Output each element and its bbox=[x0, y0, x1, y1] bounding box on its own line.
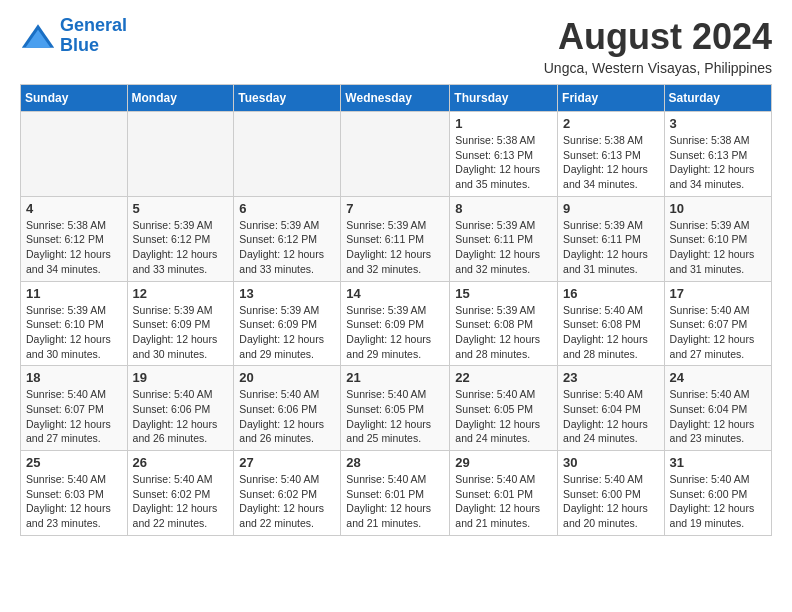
day-header-saturday: Saturday bbox=[664, 85, 771, 112]
calendar-cell: 3Sunrise: 5:38 AMSunset: 6:13 PMDaylight… bbox=[664, 112, 771, 197]
calendar-cell: 19Sunrise: 5:40 AMSunset: 6:06 PMDayligh… bbox=[127, 366, 234, 451]
day-number: 13 bbox=[239, 286, 335, 301]
day-number: 30 bbox=[563, 455, 659, 470]
calendar-cell: 12Sunrise: 5:39 AMSunset: 6:09 PMDayligh… bbox=[127, 281, 234, 366]
calendar-cell: 4Sunrise: 5:38 AMSunset: 6:12 PMDaylight… bbox=[21, 196, 128, 281]
logo: General Blue bbox=[20, 16, 127, 56]
day-header-thursday: Thursday bbox=[450, 85, 558, 112]
day-info: Sunrise: 5:39 AMSunset: 6:12 PMDaylight:… bbox=[239, 218, 335, 277]
calendar-cell: 27Sunrise: 5:40 AMSunset: 6:02 PMDayligh… bbox=[234, 451, 341, 536]
calendar-table: SundayMondayTuesdayWednesdayThursdayFrid… bbox=[20, 84, 772, 536]
day-info: Sunrise: 5:39 AMSunset: 6:10 PMDaylight:… bbox=[26, 303, 122, 362]
day-number: 14 bbox=[346, 286, 444, 301]
calendar-cell: 22Sunrise: 5:40 AMSunset: 6:05 PMDayligh… bbox=[450, 366, 558, 451]
day-header-tuesday: Tuesday bbox=[234, 85, 341, 112]
week-row-4: 18Sunrise: 5:40 AMSunset: 6:07 PMDayligh… bbox=[21, 366, 772, 451]
day-info: Sunrise: 5:39 AMSunset: 6:12 PMDaylight:… bbox=[133, 218, 229, 277]
day-number: 22 bbox=[455, 370, 552, 385]
day-info: Sunrise: 5:38 AMSunset: 6:13 PMDaylight:… bbox=[455, 133, 552, 192]
calendar-cell: 2Sunrise: 5:38 AMSunset: 6:13 PMDaylight… bbox=[558, 112, 665, 197]
calendar-cell: 17Sunrise: 5:40 AMSunset: 6:07 PMDayligh… bbox=[664, 281, 771, 366]
calendar-cell: 15Sunrise: 5:39 AMSunset: 6:08 PMDayligh… bbox=[450, 281, 558, 366]
week-row-3: 11Sunrise: 5:39 AMSunset: 6:10 PMDayligh… bbox=[21, 281, 772, 366]
calendar-cell: 18Sunrise: 5:40 AMSunset: 6:07 PMDayligh… bbox=[21, 366, 128, 451]
day-number: 2 bbox=[563, 116, 659, 131]
day-info: Sunrise: 5:40 AMSunset: 6:06 PMDaylight:… bbox=[239, 387, 335, 446]
month-title: August 2024 bbox=[544, 16, 772, 58]
day-info: Sunrise: 5:39 AMSunset: 6:11 PMDaylight:… bbox=[346, 218, 444, 277]
day-info: Sunrise: 5:40 AMSunset: 6:05 PMDaylight:… bbox=[455, 387, 552, 446]
calendar-cell: 21Sunrise: 5:40 AMSunset: 6:05 PMDayligh… bbox=[341, 366, 450, 451]
day-info: Sunrise: 5:39 AMSunset: 6:11 PMDaylight:… bbox=[455, 218, 552, 277]
week-row-2: 4Sunrise: 5:38 AMSunset: 6:12 PMDaylight… bbox=[21, 196, 772, 281]
day-info: Sunrise: 5:39 AMSunset: 6:09 PMDaylight:… bbox=[133, 303, 229, 362]
calendar-cell: 13Sunrise: 5:39 AMSunset: 6:09 PMDayligh… bbox=[234, 281, 341, 366]
day-info: Sunrise: 5:40 AMSunset: 6:02 PMDaylight:… bbox=[239, 472, 335, 531]
day-number: 23 bbox=[563, 370, 659, 385]
day-info: Sunrise: 5:40 AMSunset: 6:01 PMDaylight:… bbox=[346, 472, 444, 531]
calendar-cell: 1Sunrise: 5:38 AMSunset: 6:13 PMDaylight… bbox=[450, 112, 558, 197]
calendar-cell bbox=[127, 112, 234, 197]
week-row-5: 25Sunrise: 5:40 AMSunset: 6:03 PMDayligh… bbox=[21, 451, 772, 536]
calendar-cell bbox=[234, 112, 341, 197]
day-info: Sunrise: 5:39 AMSunset: 6:11 PMDaylight:… bbox=[563, 218, 659, 277]
logo-line1: General bbox=[60, 15, 127, 35]
calendar-cell: 30Sunrise: 5:40 AMSunset: 6:00 PMDayligh… bbox=[558, 451, 665, 536]
calendar-cell bbox=[341, 112, 450, 197]
calendar-cell: 9Sunrise: 5:39 AMSunset: 6:11 PMDaylight… bbox=[558, 196, 665, 281]
day-info: Sunrise: 5:40 AMSunset: 6:03 PMDaylight:… bbox=[26, 472, 122, 531]
day-number: 24 bbox=[670, 370, 766, 385]
day-number: 21 bbox=[346, 370, 444, 385]
day-header-monday: Monday bbox=[127, 85, 234, 112]
header: General Blue August 2024 Ungca, Western … bbox=[20, 16, 772, 76]
day-header-friday: Friday bbox=[558, 85, 665, 112]
day-number: 5 bbox=[133, 201, 229, 216]
day-info: Sunrise: 5:38 AMSunset: 6:13 PMDaylight:… bbox=[563, 133, 659, 192]
calendar-cell: 26Sunrise: 5:40 AMSunset: 6:02 PMDayligh… bbox=[127, 451, 234, 536]
day-number: 31 bbox=[670, 455, 766, 470]
day-info: Sunrise: 5:40 AMSunset: 6:08 PMDaylight:… bbox=[563, 303, 659, 362]
day-number: 16 bbox=[563, 286, 659, 301]
calendar-cell: 14Sunrise: 5:39 AMSunset: 6:09 PMDayligh… bbox=[341, 281, 450, 366]
day-info: Sunrise: 5:39 AMSunset: 6:08 PMDaylight:… bbox=[455, 303, 552, 362]
day-header-wednesday: Wednesday bbox=[341, 85, 450, 112]
calendar-cell: 16Sunrise: 5:40 AMSunset: 6:08 PMDayligh… bbox=[558, 281, 665, 366]
day-number: 1 bbox=[455, 116, 552, 131]
day-number: 17 bbox=[670, 286, 766, 301]
day-number: 10 bbox=[670, 201, 766, 216]
calendar-cell: 24Sunrise: 5:40 AMSunset: 6:04 PMDayligh… bbox=[664, 366, 771, 451]
day-info: Sunrise: 5:40 AMSunset: 6:04 PMDaylight:… bbox=[670, 387, 766, 446]
day-number: 19 bbox=[133, 370, 229, 385]
week-row-1: 1Sunrise: 5:38 AMSunset: 6:13 PMDaylight… bbox=[21, 112, 772, 197]
calendar-cell: 28Sunrise: 5:40 AMSunset: 6:01 PMDayligh… bbox=[341, 451, 450, 536]
calendar-cell: 10Sunrise: 5:39 AMSunset: 6:10 PMDayligh… bbox=[664, 196, 771, 281]
title-block: August 2024 Ungca, Western Visayas, Phil… bbox=[544, 16, 772, 76]
calendar-cell: 7Sunrise: 5:39 AMSunset: 6:11 PMDaylight… bbox=[341, 196, 450, 281]
calendar-cell: 29Sunrise: 5:40 AMSunset: 6:01 PMDayligh… bbox=[450, 451, 558, 536]
day-number: 20 bbox=[239, 370, 335, 385]
logo-line2: Blue bbox=[60, 35, 99, 55]
calendar-cell: 11Sunrise: 5:39 AMSunset: 6:10 PMDayligh… bbox=[21, 281, 128, 366]
day-number: 15 bbox=[455, 286, 552, 301]
day-number: 25 bbox=[26, 455, 122, 470]
day-number: 8 bbox=[455, 201, 552, 216]
day-info: Sunrise: 5:39 AMSunset: 6:09 PMDaylight:… bbox=[239, 303, 335, 362]
location-title: Ungca, Western Visayas, Philippines bbox=[544, 60, 772, 76]
day-number: 11 bbox=[26, 286, 122, 301]
day-info: Sunrise: 5:40 AMSunset: 6:07 PMDaylight:… bbox=[26, 387, 122, 446]
calendar-cell: 8Sunrise: 5:39 AMSunset: 6:11 PMDaylight… bbox=[450, 196, 558, 281]
day-number: 3 bbox=[670, 116, 766, 131]
day-info: Sunrise: 5:40 AMSunset: 6:02 PMDaylight:… bbox=[133, 472, 229, 531]
calendar-cell: 23Sunrise: 5:40 AMSunset: 6:04 PMDayligh… bbox=[558, 366, 665, 451]
day-info: Sunrise: 5:39 AMSunset: 6:09 PMDaylight:… bbox=[346, 303, 444, 362]
calendar-cell: 5Sunrise: 5:39 AMSunset: 6:12 PMDaylight… bbox=[127, 196, 234, 281]
day-number: 26 bbox=[133, 455, 229, 470]
day-info: Sunrise: 5:40 AMSunset: 6:00 PMDaylight:… bbox=[563, 472, 659, 531]
logo-text: General Blue bbox=[60, 16, 127, 56]
calendar-cell bbox=[21, 112, 128, 197]
day-info: Sunrise: 5:40 AMSunset: 6:04 PMDaylight:… bbox=[563, 387, 659, 446]
day-number: 28 bbox=[346, 455, 444, 470]
header-row: SundayMondayTuesdayWednesdayThursdayFrid… bbox=[21, 85, 772, 112]
day-header-sunday: Sunday bbox=[21, 85, 128, 112]
day-info: Sunrise: 5:40 AMSunset: 6:06 PMDaylight:… bbox=[133, 387, 229, 446]
